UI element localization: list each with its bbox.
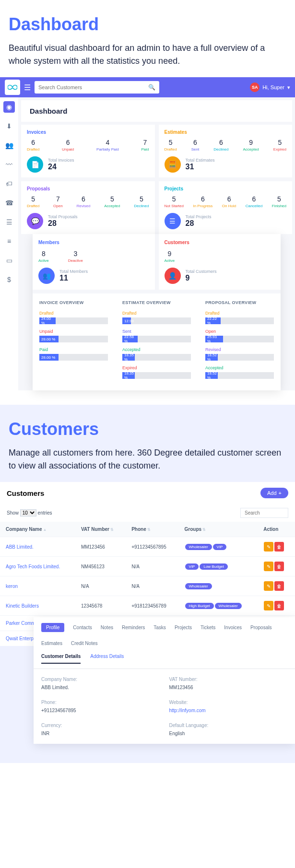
field-value-link[interactable]: http://infyom.com <box>169 708 288 713</box>
customers-heading: Customers <box>7 489 44 497</box>
stat-value: 8 <box>38 250 49 258</box>
search-box[interactable]: 🔍 <box>35 81 159 94</box>
edit-button[interactable]: ✎ <box>264 581 273 591</box>
sidebar-support-icon[interactable]: ☎ <box>3 197 15 209</box>
stat-label: Drafted <box>27 147 39 152</box>
stat-value: 5 <box>134 195 149 203</box>
tab-invoices[interactable]: Invoices <box>224 625 242 630</box>
sidebar-layers-icon[interactable]: ☰ <box>3 216 15 228</box>
cell-name[interactable]: ABB Limited. <box>0 537 75 557</box>
total-label: Total Invoices <box>48 158 74 163</box>
menu-toggle-icon[interactable]: ☰ <box>24 83 31 92</box>
overview-item: Drafted 22.22 % <box>205 311 274 324</box>
tab-profile[interactable]: Profile <box>41 623 64 632</box>
progress-bar: 28.00 % <box>39 354 108 361</box>
overview-panel: INVOICE OVERVIEW Drafted 24.00 % Unpaid … <box>33 293 281 390</box>
overview-label: Sent <box>122 329 191 334</box>
tab-contacts[interactable]: Contacts <box>73 625 92 630</box>
cell-vat: NM456123 <box>75 557 126 576</box>
progress-bar: 24.00 % <box>39 317 108 324</box>
sort-icon: ⇅ <box>147 528 151 532</box>
cell-groups: WholesalerVIP <box>179 537 258 557</box>
app-logo[interactable] <box>5 80 20 95</box>
estimate-overview: ESTIMATE OVERVIEW Drafted 12.90 Sent 22.… <box>122 300 191 384</box>
tab-estimates[interactable]: Estimates <box>41 641 62 646</box>
overview-label: Drafted <box>39 311 108 316</box>
search-icon[interactable]: 🔍 <box>148 84 155 91</box>
tab-projects[interactable]: Projects <box>175 625 192 630</box>
progress-bar: 28.00 % <box>39 336 108 342</box>
sidebar-customers-icon[interactable]: 👥 <box>3 140 15 151</box>
stat-label: Declined <box>134 204 149 208</box>
sidebar-card-icon[interactable]: ▭ <box>3 255 15 266</box>
cell-groups: VIPLow Budget <box>179 557 258 576</box>
sort-icon: ⇅ <box>202 528 206 532</box>
overview-title: ESTIMATE OVERVIEW <box>122 300 191 305</box>
subtab-customer-details[interactable]: Customer Details <box>41 650 81 664</box>
add-customer-button[interactable]: Add+ <box>260 488 288 498</box>
edit-button[interactable]: ✎ <box>264 601 273 610</box>
sidebar-list-icon[interactable]: ≡ <box>3 235 15 247</box>
delete-button[interactable]: 🗑 <box>274 601 284 610</box>
delete-button[interactable]: 🗑 <box>274 562 284 571</box>
cell-name[interactable]: Agro Tech Foods Limited. <box>0 557 75 576</box>
plus-icon: + <box>279 490 282 496</box>
user-menu[interactable]: SA Hi, Super ▾ <box>250 82 290 92</box>
search-input[interactable] <box>38 84 148 90</box>
edit-button[interactable]: ✎ <box>264 562 273 571</box>
table-row: keron N/A N/A Wholesaler ✎🗑 <box>0 576 295 596</box>
invoice-overview: INVOICE OVERVIEW Drafted 24.00 % Unpaid … <box>39 300 108 384</box>
col-groups[interactable]: Groups⇅ <box>179 522 258 537</box>
edit-button[interactable]: ✎ <box>264 542 273 551</box>
stat-label: Finished <box>272 204 286 208</box>
proposals-card: Proposals 5Drafted 7Open 6Revised 5Accep… <box>21 181 155 234</box>
total-value: 28 <box>48 219 78 228</box>
stat-value: 5 <box>165 195 184 203</box>
overview-item: Expired 18.35 % <box>122 365 191 379</box>
sidebar-item-icon[interactable]: ⬇ <box>3 120 15 132</box>
stat-label: Paid <box>141 147 149 152</box>
stat-label: Deactive <box>68 258 83 263</box>
cell-vat: MM123456 <box>75 537 126 557</box>
tab-proposals[interactable]: Proposals <box>250 625 271 630</box>
subtab-address-details[interactable]: Address Details <box>90 650 124 664</box>
field-label: Phone: <box>41 700 160 705</box>
table-search-input[interactable] <box>240 508 288 518</box>
sort-icon: ⇅ <box>110 528 114 532</box>
overview-label: Drafted <box>122 311 191 316</box>
stat-value: 6 <box>76 195 90 203</box>
progress-bar: 22.58 % <box>122 336 191 342</box>
group-pill: VIP <box>185 563 199 570</box>
tab-reminders[interactable]: Reminders <box>122 625 145 630</box>
tab-notes[interactable]: Notes <box>101 625 113 630</box>
overview-label: Revised <box>205 347 274 352</box>
cell-name[interactable]: keron <box>0 576 75 596</box>
members-card: Members 8Active 3Deactive 👥 Total Member… <box>33 234 155 290</box>
progress-fill: 28.00 % <box>39 354 59 361</box>
progress-bar: 22.22 % <box>205 317 274 324</box>
cell-name[interactable]: Kinetic Builders <box>0 596 75 616</box>
tab-credit-notes[interactable]: Credit Notes <box>71 641 98 646</box>
col-phone[interactable]: Phone⇅ <box>126 522 178 537</box>
sidebar-activity-icon[interactable]: 〰 <box>3 159 15 170</box>
total-value: 9 <box>186 274 217 282</box>
proposal-overview: PROPOSAL OVERVIEW Drafted 22.22 % Open 2… <box>205 300 274 384</box>
section-title-customers: Customers <box>0 405 295 446</box>
progress-bar: 18.35 % <box>122 372 191 379</box>
progress-fill: 18.52 % <box>205 354 218 361</box>
main-content: Dashboard Invoices 6Drafted 6Unpaid 4Par… <box>18 97 295 390</box>
delete-button[interactable]: 🗑 <box>274 581 284 591</box>
calculator-icon: 🧮 <box>165 156 181 173</box>
delete-button[interactable]: 🗑 <box>274 542 284 551</box>
col-name[interactable]: Company Name▲ <box>0 522 75 537</box>
sidebar-money-icon[interactable]: $ <box>3 274 15 285</box>
invoice-icon: 📄 <box>27 156 43 173</box>
sidebar-dashboard-icon[interactable]: ◉ <box>3 101 15 113</box>
sidebar-tag-icon[interactable]: 🏷 <box>3 178 15 189</box>
projects-card: Projects 5Not Started 6In Progress 6On H… <box>159 181 293 234</box>
section-desc-customers: Manage all customers from here. 360 Degr… <box>0 446 295 482</box>
col-vat[interactable]: VAT Number⇅ <box>75 522 126 537</box>
entries-select[interactable]: 10 <box>20 509 36 516</box>
tab-tasks[interactable]: Tasks <box>153 625 166 630</box>
tab-tickets[interactable]: Tickets <box>201 625 215 630</box>
